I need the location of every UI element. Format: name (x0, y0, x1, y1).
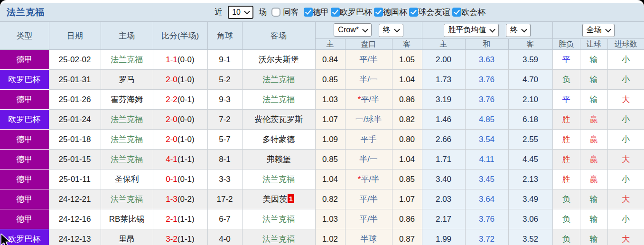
team-name[interactable]: 罗马 (101, 70, 153, 90)
team-name[interactable]: 法兰克福 (242, 70, 315, 90)
team-name[interactable]: 法兰克福 (101, 110, 153, 130)
handicap: 半/一 (345, 70, 392, 90)
team-name[interactable]: 霍芬海姆 (101, 90, 153, 110)
handicap-outcome: 赢 (580, 150, 607, 170)
recent-count-select[interactable]: 10 (228, 6, 253, 19)
avg-time-select[interactable]: 终 (506, 24, 531, 37)
avg-away: 2.55 (508, 130, 552, 150)
league-filter: 欧罗巴杯 (331, 7, 372, 18)
team-name[interactable]: 法兰克福 (242, 90, 315, 110)
subheader-avg-away: 客 (508, 39, 552, 50)
result-outcome: 平 (552, 50, 580, 70)
league-filter-label: 德甲 (313, 7, 329, 18)
avg-away: 2.13 (508, 170, 552, 189)
goals-outcome: 小 (607, 130, 644, 150)
result-outcome: 胜 (552, 150, 580, 170)
league-filters: 德甲欧罗巴杯德国杯球会友谊欧会杯 (302, 7, 485, 18)
avg-home: 1.99 (422, 229, 465, 245)
league-filter-checkbox[interactable] (374, 8, 383, 17)
avg-home: 2.00 (422, 50, 465, 70)
odds-away: 0.82 (392, 110, 422, 130)
odds-away: 1.05 (392, 50, 422, 70)
league-filter-label: 欧会杯 (461, 7, 485, 18)
team-name[interactable]: 费伦茨瓦罗斯 (242, 110, 315, 130)
corner-score: 9-3 (207, 90, 242, 110)
handicap-outcome: 输 (580, 209, 607, 229)
bookmaker-time-select[interactable]: 终 (379, 24, 403, 37)
handicap-outcome: 输 (580, 50, 607, 70)
avg-draw: 3.72 (465, 229, 508, 245)
scope-select[interactable]: 全场 (582, 24, 615, 37)
team-name[interactable]: 法兰克福 (101, 189, 153, 209)
team-name[interactable]: 多特蒙德 (242, 130, 315, 150)
corner-score: 17-2 (207, 189, 242, 209)
chevron-down-icon (362, 26, 368, 32)
match-row: 欧罗巴杯25-01-31罗马2-0(1-0)5-2法兰克福0.85半/一1.04… (0, 70, 644, 90)
odds-home: 0.85 (315, 70, 345, 90)
odds-home: 1.07 (315, 110, 345, 130)
match-score: 2-2(0-1) (153, 90, 207, 110)
match-date: 25-01-31 (49, 70, 101, 90)
team-name[interactable]: 法兰克福 (242, 170, 315, 189)
league-filter-checkbox[interactable] (304, 8, 313, 17)
team-name[interactable]: 圣保利 (101, 170, 153, 189)
odds-away: 1.04 (392, 70, 422, 90)
odds-away: 1.07 (392, 189, 422, 209)
avg-home: 1.71 (422, 150, 465, 170)
goals-outcome: 大 (607, 150, 644, 170)
league-filter-checkbox[interactable] (452, 8, 461, 17)
subheader-result: 胜负 (552, 39, 580, 50)
match-score: 2-1(1-1) (153, 209, 207, 229)
league-filter-checkbox[interactable] (331, 8, 340, 17)
corner-score: 5-2 (207, 70, 242, 90)
team-name[interactable]: 法兰克福 (101, 130, 153, 150)
match-score: 0-1(0-1) (153, 170, 207, 189)
handicap: 半球 (345, 229, 392, 245)
team-name[interactable]: 沃尔夫斯堡 (242, 50, 315, 70)
team-name[interactable]: 里昂 (101, 229, 153, 245)
col-header-date: 日期 (49, 22, 101, 50)
subheader-avg-draw: 和 (465, 39, 508, 50)
col-header-type: 类型 (0, 22, 49, 50)
corner-score: 8-1 (207, 150, 242, 170)
odds-home: 1.09 (315, 130, 345, 150)
match-score: 1-1(0-0) (153, 50, 207, 70)
odds-header-cell: Crow* 终 (315, 22, 422, 39)
goals-outcome: 小 (607, 209, 644, 229)
team-name[interactable]: RB莱比锡 (101, 209, 153, 229)
league-filter-label: 球会友谊 (418, 7, 450, 18)
team-name[interactable]: 美因茨1 (242, 189, 315, 209)
avg-home: 2.66 (422, 130, 465, 150)
avg-home: 2.17 (422, 209, 465, 229)
filter-controls: 近 10 场 同客 德甲欧罗巴杯德国杯球会友谊欧会杯 (215, 6, 485, 19)
handicap-outcome: 输 (580, 70, 607, 90)
same-venue-checkbox[interactable] (271, 8, 280, 17)
subheader-handicap: 盘口 (345, 39, 392, 50)
bookmaker-select[interactable]: Crow* (334, 23, 372, 37)
team-name[interactable]: 法兰克福 (242, 229, 315, 245)
match-score: 3-2(1-1) (153, 229, 207, 245)
match-type: 德甲 (0, 50, 49, 70)
league-filter: 德国杯 (374, 7, 407, 18)
league-filter-label: 欧罗巴杯 (340, 7, 372, 18)
odds-away: 0.86 (392, 209, 422, 229)
match-score: 2-0(0-0) (153, 110, 207, 130)
handicap-outcome: 输 (580, 189, 607, 209)
league-filter: 德甲 (304, 7, 329, 18)
result-outcome: 负 (552, 70, 580, 90)
avg-away: 3.06 (508, 209, 552, 229)
goals-outcome: 大 (607, 189, 644, 209)
avg-select[interactable]: 胜平负均值 (444, 24, 499, 37)
subheader-avg-home: 主 (422, 39, 465, 50)
odds-home: 0.84 (315, 50, 345, 70)
league-filter-checkbox[interactable] (409, 8, 418, 17)
avg-header-cell: 胜平负均值 终 (422, 22, 552, 39)
team-name[interactable]: 法兰克福 (101, 50, 153, 70)
match-date: 24-12-13 (49, 229, 101, 245)
team-name[interactable]: 法兰克福 (101, 150, 153, 170)
goals-outcome: 小 (607, 70, 644, 90)
col-header-away: 客场 (242, 22, 315, 50)
team-name[interactable]: 弗赖堡 (242, 150, 315, 170)
match-score: 2-0(1-0) (153, 70, 207, 90)
team-name[interactable]: 法兰克福 (242, 209, 315, 229)
